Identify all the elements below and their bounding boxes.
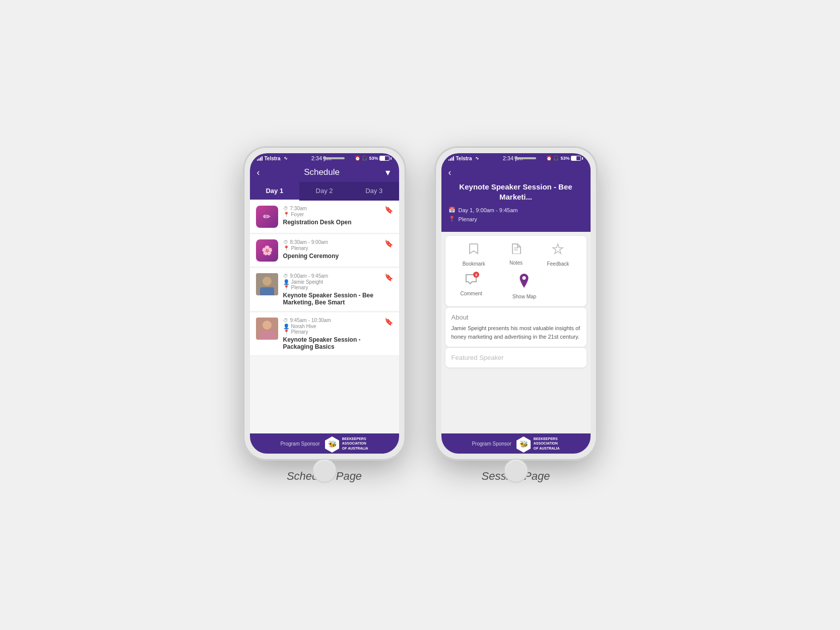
item-location-2: 📍Plenary	[283, 245, 379, 251]
about-text: Jamie Speight presents his most valuable…	[451, 324, 580, 341]
signal-icon-session	[448, 156, 454, 161]
item-info-registration: ⏱7:30am 📍Foyer Registration Desk Open	[283, 206, 379, 226]
status-bar-schedule: Telstra ∿ 2:34 pm ⏰ 🎧 53%	[250, 153, 399, 163]
sponsor-name-session: BEEKEEPERSASSOCIATIONOF AUSTRALIA	[534, 436, 560, 450]
session-header-area: ‹ Keynote Speaker Session - Bee Marketi.…	[441, 163, 591, 232]
headphone-icon: 🎧	[362, 156, 367, 161]
item-time-4: ⏱9:45am - 10:30am	[283, 318, 379, 323]
featured-title: Featured Speaker	[451, 354, 580, 361]
showmap-action-label: Show Map	[512, 294, 536, 299]
tab-day1[interactable]: Day 1	[250, 182, 300, 201]
session-content: Bookmark Notes	[441, 232, 591, 433]
item-info-jamie: ⏱9:00am - 9:45am 👤Jamie Speight 📍Plenary…	[283, 273, 379, 306]
action-grid: Bookmark Notes	[445, 236, 587, 306]
notes-action-icon	[510, 243, 522, 257]
bookmark-action-icon	[468, 243, 479, 258]
status-right-schedule: ⏰ 🎧 53%	[355, 156, 392, 161]
battery-percent: 53%	[369, 156, 378, 161]
avatar-jamie	[256, 273, 278, 295]
svg-text:🐝: 🐝	[519, 440, 528, 449]
item-location-1: 📍Foyer	[283, 212, 379, 217]
comment-action-btn[interactable]: 0 Comment	[461, 274, 482, 299]
list-item[interactable]: ⏱9:00am - 9:45am 👤Jamie Speight 📍Plenary…	[250, 268, 399, 311]
session-title-area: Keynote Speaker Session - Bee Marketi...…	[441, 182, 591, 232]
filter-icon[interactable]: ▼	[384, 168, 392, 177]
status-left-session: Telstra ∿	[448, 156, 479, 161]
action-row-1: Bookmark Notes	[450, 243, 581, 267]
page-title-schedule: Schedule	[304, 167, 340, 177]
home-button-session[interactable]	[504, 459, 528, 483]
svg-rect-2	[260, 287, 274, 295]
list-item[interactable]: 🌸 ⏱8:30am - 9:00am 📍Plenary Opening Cere…	[250, 234, 399, 267]
bookmark-action-btn[interactable]: Bookmark	[463, 243, 485, 267]
comment-action-label: Comment	[461, 291, 482, 296]
showmap-action-icon	[519, 274, 530, 291]
item-time-3: ⏱9:00am - 9:45am	[283, 273, 379, 279]
battery-percent-session: 53%	[560, 156, 569, 161]
notes-action-label: Notes	[509, 260, 523, 266]
status-right-session: ⏰ 🎧 53%	[546, 156, 583, 161]
phone-screen-schedule: Telstra ∿ 2:34 pm ⏰ 🎧 53% ‹ Schedule	[250, 153, 399, 454]
sponsor-bar-session: Program Sponsor 🐝 BEEKEEPERSASSOCIATIONO…	[441, 433, 591, 454]
phone-session: Telstra ∿ 2:34 pm ⏰ 🎧 53% ‹	[435, 147, 597, 460]
nav-header-schedule: ‹ Schedule ▼	[250, 163, 399, 182]
item-location-3: 📍Plenary	[283, 285, 379, 290]
featured-section: Featured Speaker	[445, 348, 587, 367]
battery-icon	[379, 156, 392, 161]
bookmark-icon-4[interactable]: 🔖	[384, 318, 393, 326]
sponsor-logo-schedule: 🐝 BEEKEEPERSASSOCIATIONOF AUSTRALIA	[325, 436, 368, 451]
item-info-ceremony: ⏱8:30am - 9:00am 📍Plenary Opening Ceremo…	[283, 239, 379, 260]
phone-screen-session: Telstra ∿ 2:34 pm ⏰ 🎧 53% ‹	[441, 153, 591, 454]
bookmark-action-label: Bookmark	[463, 261, 485, 267]
alarm-icon-session: ⏰	[546, 156, 552, 161]
list-item[interactable]: ✏ ⏱7:30am 📍Foyer Registration Desk Open …	[250, 201, 399, 233]
feedback-action-icon	[552, 243, 564, 258]
list-item[interactable]: ⏱9:45am - 10:30am 👤Norah Hive 📍Plenary K…	[250, 312, 399, 356]
item-icon-ceremony: 🌸	[256, 239, 278, 262]
feedback-action-btn[interactable]: Feedback	[547, 243, 569, 267]
item-title-2: Opening Ceremony	[283, 253, 379, 260]
tab-day3[interactable]: Day 3	[349, 182, 399, 201]
item-time-1: ⏱7:30am	[283, 206, 379, 211]
bookmark-icon-2[interactable]: 🔖	[384, 239, 393, 247]
carrier-label: Telstra	[265, 156, 281, 161]
status-left: Telstra ∿	[257, 156, 288, 161]
back-button-schedule[interactable]: ‹	[257, 167, 260, 178]
day-tabs: Day 1 Day 2 Day 3	[250, 182, 399, 201]
item-title-4: Keynote Speaker Session - Packaging Basi…	[283, 336, 379, 350]
notes-action-btn[interactable]: Notes	[509, 243, 523, 267]
item-speaker-4: 👤Norah Hive	[283, 324, 379, 329]
sponsor-label-schedule: Program Sponsor	[280, 441, 319, 447]
svg-text:🐝: 🐝	[328, 440, 337, 449]
wifi-icon-session: ∿	[475, 156, 479, 161]
phone-schedule: Telstra ∿ 2:34 pm ⏰ 🎧 53% ‹ Schedule	[244, 147, 405, 460]
headphone-icon-session: 🎧	[553, 156, 559, 161]
showmap-action-btn[interactable]: Show Map	[512, 274, 536, 299]
comment-action-icon: 0	[465, 274, 477, 288]
svg-rect-5	[259, 331, 275, 340]
svg-point-4	[263, 321, 272, 330]
home-button-schedule[interactable]	[312, 459, 337, 483]
status-bar-session: Telstra ∿ 2:34 pm ⏰ 🎧 53%	[441, 153, 591, 163]
svg-point-10	[523, 276, 526, 280]
session-location: 📍 Plenary	[448, 216, 584, 222]
signal-icon	[257, 156, 263, 161]
item-title-3: Keynote Speaker Session - Bee Marketing,…	[283, 292, 379, 306]
bookmark-icon-1[interactable]: 🔖	[384, 206, 393, 214]
alarm-icon: ⏰	[355, 156, 360, 161]
feedback-action-label: Feedback	[547, 261, 569, 267]
bookmark-icon-3[interactable]: 🔖	[384, 273, 393, 281]
back-button-session[interactable]: ‹	[448, 167, 451, 178]
nav-header-session: ‹	[441, 163, 591, 182]
status-time-session: 2:34 pm	[503, 155, 523, 161]
schedule-list: ✏ ⏱7:30am 📍Foyer Registration Desk Open …	[250, 201, 399, 433]
sponsor-logo-session: 🐝 BEEKEEPERSASSOCIATIONOF AUSTRALIA	[516, 436, 560, 451]
status-time-schedule: 2:34 pm	[311, 155, 332, 161]
sponsor-name-schedule: BEEKEEPERSASSOCIATIONOF AUSTRALIA	[342, 436, 368, 450]
battery-icon-session	[571, 156, 583, 161]
sponsor-label-session: Program Sponsor	[472, 441, 511, 447]
about-title: About	[451, 313, 580, 321]
tab-day2[interactable]: Day 2	[299, 182, 349, 201]
carrier-label-session: Telstra	[456, 156, 472, 161]
item-icon-registration: ✏	[256, 206, 278, 228]
